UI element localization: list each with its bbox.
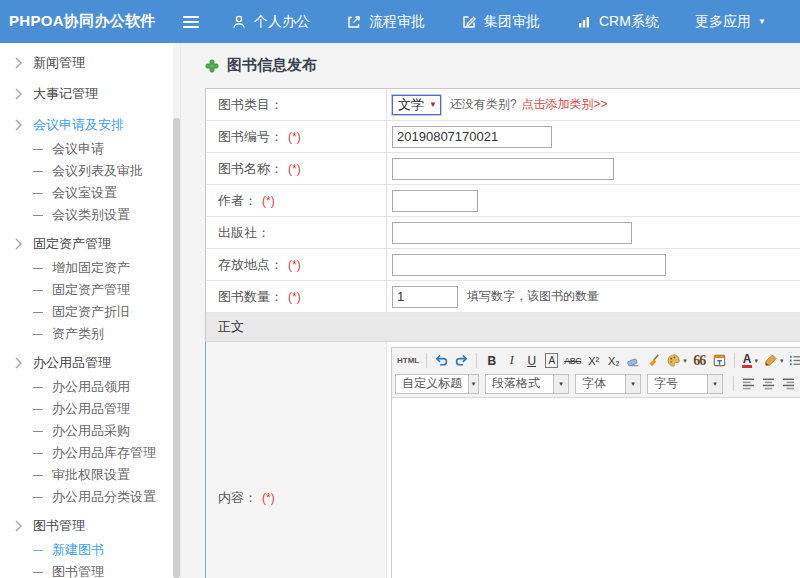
dropdown-arrow-icon: ▾	[625, 375, 640, 393]
field-label: 内容：	[218, 489, 257, 507]
sidebar: 新闻管理 大事记管理 会议申请及安排 会议申请 会议列表及审批 会议室设置 会议…	[0, 43, 181, 578]
bold-button[interactable]: B	[482, 351, 501, 371]
paragraph-format-select[interactable]: 段落格式 ▾	[485, 374, 569, 394]
sidebar-item-meeting-room-settings[interactable]: 会议室设置	[0, 182, 180, 204]
sidebar-subitem-label: 办公用品采购	[52, 422, 130, 440]
menu-toggle-icon[interactable]	[183, 13, 205, 31]
blockquote-button[interactable]: 66	[690, 351, 709, 371]
format-brush-button[interactable]	[644, 351, 663, 371]
process-approval-icon	[346, 14, 362, 30]
sidebar-item-meeting-category-settings[interactable]: 会议类别设置	[0, 204, 180, 226]
sidebar-item-book-management[interactable]: 图书管理	[0, 561, 180, 578]
undo-icon	[434, 353, 449, 368]
sidebar-scrollbar-track[interactable]	[173, 43, 180, 578]
sidebar-subitem-label: 办公用品管理	[52, 400, 130, 418]
align-center-button[interactable]	[759, 374, 778, 394]
editor-toolbar: HTML B I U	[392, 348, 800, 398]
sidebar-item-meeting-list-approval[interactable]: 会议列表及审批	[0, 160, 180, 182]
nav-label: CRM系统	[599, 13, 659, 31]
dash-icon	[33, 409, 43, 410]
quantity-input[interactable]	[392, 286, 458, 308]
redo-button[interactable]	[452, 351, 471, 371]
sidebar-item-supplies-purchase[interactable]: 办公用品采购	[0, 420, 180, 442]
custom-heading-select[interactable]: 自定义标题 ▾	[395, 374, 479, 394]
author-input[interactable]	[392, 190, 478, 212]
undo-button[interactable]	[432, 351, 451, 371]
nav-crm-system[interactable]: CRM系统	[576, 13, 659, 31]
sidebar-item-supplies-category-settings[interactable]: 办公用品分类设置	[0, 486, 180, 508]
sidebar-item-fixed-assets-management[interactable]: 固定资产管理	[0, 230, 180, 257]
quantity-hint: 填写数字，该图书的数量	[467, 288, 599, 305]
sidebar-item-fixed-asset-management[interactable]: 固定资产管理	[0, 279, 180, 301]
paste-word-icon	[712, 353, 727, 368]
sidebar-item-asset-category[interactable]: 资产类别	[0, 323, 180, 345]
sidebar-group-office-supplies: 办公用品管理 办公用品领用 办公用品管理 办公用品采购 办公用品库存管理 审批权…	[0, 349, 180, 508]
dash-icon	[33, 171, 43, 172]
top-nav: 个人办公 流程审批 集团审批 CRM系统 更多应用 ▼	[231, 13, 766, 31]
storage-location-input[interactable]	[392, 254, 666, 276]
ordered-list-button[interactable]: ▾	[786, 351, 800, 371]
book-number-input[interactable]	[392, 126, 552, 148]
font-style-button[interactable]: A	[542, 351, 561, 371]
add-category-link[interactable]: 点击添加类别>>	[522, 96, 608, 113]
font-family-select[interactable]: 字体 ▾	[575, 374, 641, 394]
sidebar-item-supplies-management[interactable]: 办公用品管理	[0, 398, 180, 420]
text-color-button[interactable]: A ▾	[740, 351, 760, 371]
editor-content-area[interactable]	[392, 398, 800, 578]
book-name-input[interactable]	[392, 158, 614, 180]
page-title: 图书信息发布	[227, 56, 317, 75]
sidebar-item-new-book[interactable]: 新建图书	[0, 539, 180, 561]
dash-icon	[33, 149, 43, 150]
add-icon	[205, 59, 219, 73]
sidebar-subitem-label: 增加固定资产	[52, 259, 130, 277]
nav-process-approval[interactable]: 流程审批	[346, 13, 425, 31]
sidebar-item-add-fixed-asset[interactable]: 增加固定资产	[0, 257, 180, 279]
sidebar-item-supplies-claim[interactable]: 办公用品领用	[0, 376, 180, 398]
sidebar-item-approval-permission-settings[interactable]: 审批权限设置	[0, 464, 180, 486]
superscript-button[interactable]: X²	[584, 351, 603, 371]
dropdown-arrow-icon: ▾	[553, 375, 568, 393]
sidebar-subitem-label: 办公用品库存管理	[52, 444, 156, 462]
dropdown-arrow-icon: ▾	[754, 357, 758, 365]
sidebar-item-office-supplies-management[interactable]: 办公用品管理	[0, 349, 180, 376]
page-layout: 新闻管理 大事记管理 会议申请及安排 会议申请 会议列表及审批 会议室设置 会议…	[0, 43, 800, 578]
sidebar-item-books-management[interactable]: 图书管理	[0, 512, 180, 539]
required-mark: (*)	[262, 194, 275, 208]
sidebar-scrollbar-thumb[interactable]	[173, 118, 180, 578]
align-right-button[interactable]	[779, 374, 798, 394]
italic-button[interactable]: I	[502, 351, 521, 371]
sidebar-item-fixed-asset-depreciation[interactable]: 固定资产折旧	[0, 301, 180, 323]
nav-personal-office[interactable]: 个人办公	[231, 13, 310, 31]
underline-button[interactable]: U	[522, 351, 541, 371]
html-source-button[interactable]: HTML	[395, 351, 421, 371]
font-size-select[interactable]: 字号 ▾	[647, 374, 723, 394]
chevron-right-icon	[15, 119, 23, 131]
toolbar-separator	[733, 376, 734, 391]
highlight-button[interactable]: ▾	[761, 351, 786, 371]
paste-from-word-button[interactable]	[710, 351, 729, 371]
selected-category: 文学	[398, 96, 424, 114]
nav-group-approval[interactable]: 集团审批	[461, 13, 540, 31]
nav-more-apps[interactable]: 更多应用 ▼	[695, 13, 766, 31]
form-row-publisher: 出版社：	[206, 217, 800, 249]
subscript-button[interactable]: X₂	[604, 351, 623, 371]
dropdown-arrow-icon: ▾	[468, 375, 478, 393]
fill-color-button[interactable]: ▾	[664, 351, 689, 371]
sidebar-item-meeting-apply[interactable]: 会议申请	[0, 138, 180, 160]
app-logo: PHPOA协同办公软件	[0, 12, 181, 31]
eraser-button[interactable]	[624, 351, 643, 371]
align-left-button[interactable]	[739, 374, 758, 394]
nav-label: 更多应用	[695, 13, 751, 31]
dash-icon	[33, 387, 43, 388]
sidebar-subitem-label: 资产类别	[52, 325, 104, 343]
sidebar-item-news-management[interactable]: 新闻管理	[0, 49, 180, 76]
sidebar-subitem-label: 办公用品领用	[52, 378, 130, 396]
sidebar-item-supplies-inventory[interactable]: 办公用品库存管理	[0, 442, 180, 464]
user-icon	[231, 14, 247, 30]
sidebar-item-events-management[interactable]: 大事记管理	[0, 80, 180, 107]
book-category-select[interactable]: 文学 ▼	[392, 95, 441, 115]
sidebar-item-meeting-application[interactable]: 会议申请及安排	[0, 111, 180, 138]
strikethrough-button[interactable]: ABC	[562, 351, 583, 371]
sidebar-subitem-label: 会议类别设置	[52, 206, 130, 224]
publisher-input[interactable]	[392, 222, 632, 244]
